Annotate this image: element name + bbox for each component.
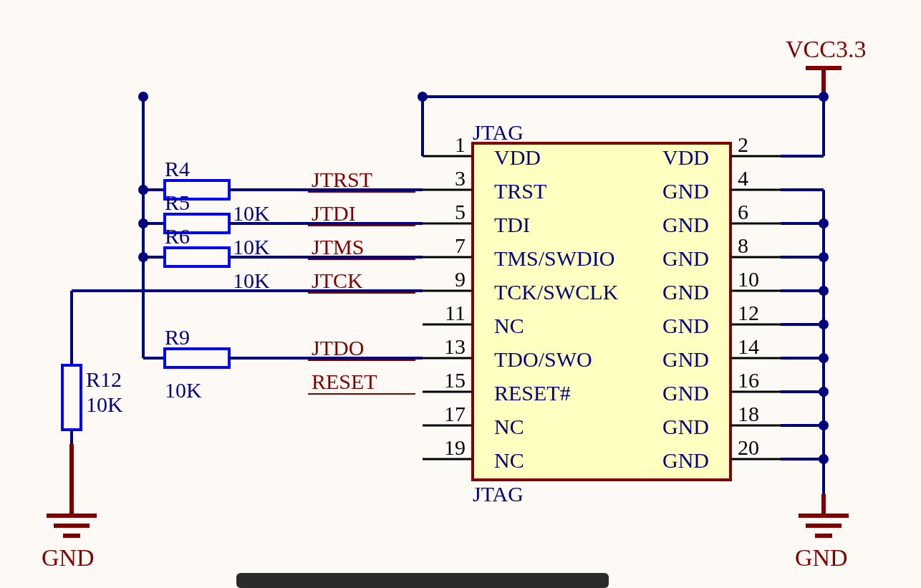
- pin18-name: GND: [662, 415, 709, 438]
- svg-point-44: [138, 218, 148, 228]
- pin14-name: GND: [662, 347, 709, 371]
- r12-value: 10K: [86, 392, 123, 416]
- pin13-number: 13: [444, 334, 466, 358]
- pin15-name: RESET#: [494, 381, 571, 405]
- net-jtdo: JTDO: [312, 336, 364, 360]
- pin17-number: 17: [444, 402, 466, 425]
- resistor-r12: [62, 365, 81, 430]
- svg-point-45: [138, 252, 148, 262]
- gnd-symbol-left: GND: [42, 444, 97, 571]
- net-jtrst: JTRST: [312, 168, 372, 191]
- r12-designator: R12: [86, 367, 122, 391]
- jtag-label-bottom: JTAG: [473, 482, 524, 506]
- svg-point-38: [138, 92, 148, 102]
- pin7-number: 7: [455, 233, 466, 257]
- r9-value: 10K: [165, 378, 202, 402]
- net-jtck: JTCK: [312, 269, 363, 292]
- pin2-name: VDD: [662, 145, 709, 169]
- svg-point-72: [819, 319, 829, 329]
- resistor-r9: [165, 349, 229, 367]
- pin19-number: 19: [444, 435, 466, 459]
- pin12-name: GND: [662, 314, 709, 337]
- pin3-name: TRST: [494, 179, 546, 203]
- pin19-name: NC: [494, 448, 524, 472]
- pin11-number: 11: [445, 301, 466, 324]
- pin16-name: GND: [662, 381, 709, 405]
- pin5-name: TDI: [494, 213, 530, 236]
- svg-point-76: [819, 454, 829, 464]
- pin11-name: NC: [494, 314, 524, 337]
- jtag-label-top: JTAG: [473, 120, 524, 144]
- pin10-number: 10: [738, 267, 759, 291]
- pin15-number: 15: [444, 368, 466, 392]
- vcc-symbol: VCC3.3: [786, 36, 866, 97]
- svg-point-73: [819, 353, 829, 363]
- resistor-r6: [165, 248, 229, 266]
- svg-point-71: [819, 286, 829, 296]
- pin4-number: 4: [738, 166, 748, 190]
- pin6-number: 6: [738, 200, 748, 223]
- pin2-number: 2: [738, 132, 748, 156]
- pin9-number: 9: [455, 267, 466, 291]
- svg-text:VCC3.3: VCC3.3: [786, 36, 866, 62]
- r6-designator: R6: [165, 224, 190, 248]
- gnd-symbol-right: GND: [795, 494, 849, 571]
- svg-point-36: [819, 92, 829, 102]
- r5-value: 10K: [233, 201, 270, 225]
- pin20-number: 20: [738, 435, 759, 459]
- r4-designator: R4: [165, 157, 190, 180]
- pin6-name: GND: [662, 213, 709, 236]
- pin12-number: 12: [738, 301, 759, 324]
- pin16-number: 16: [738, 368, 759, 392]
- pin7-name: TMS/SWDIO: [494, 246, 614, 270]
- pin3-number: 3: [455, 166, 466, 190]
- svg-point-43: [138, 185, 148, 195]
- svg-point-70: [819, 252, 829, 262]
- svg-point-69: [819, 218, 829, 228]
- net-reset: RESET: [312, 370, 377, 393]
- pin1-number: 1: [455, 132, 466, 156]
- pin1-name: VDD: [494, 145, 541, 169]
- pin8-number: 8: [738, 233, 748, 257]
- pin5-number: 5: [455, 200, 466, 223]
- svg-text:GND: GND: [795, 544, 848, 571]
- net-jtms: JTMS: [312, 235, 364, 259]
- r9-designator: R9: [165, 325, 190, 349]
- svg-point-75: [819, 420, 829, 430]
- pin20-name: GND: [662, 448, 709, 472]
- pin14-number: 14: [738, 334, 759, 358]
- r7-value: 10K: [233, 269, 270, 292]
- pin9-name: TCK/SWCLK: [494, 280, 619, 304]
- net-jtdi: JTDI: [312, 201, 356, 225]
- svg-point-74: [819, 387, 829, 397]
- r6-value: 10K: [233, 235, 270, 259]
- pin18-number: 18: [738, 402, 759, 425]
- pin10-name: GND: [662, 280, 709, 304]
- taskbar-fragment: [236, 573, 609, 588]
- pin8-name: GND: [662, 246, 709, 270]
- r5-designator: R5: [165, 191, 190, 214]
- svg-text:GND: GND: [42, 544, 95, 571]
- svg-point-35: [418, 92, 428, 102]
- pin17-name: NC: [494, 415, 524, 438]
- pin13-name: TDO/SWO: [494, 347, 592, 371]
- pin4-name: GND: [662, 179, 709, 203]
